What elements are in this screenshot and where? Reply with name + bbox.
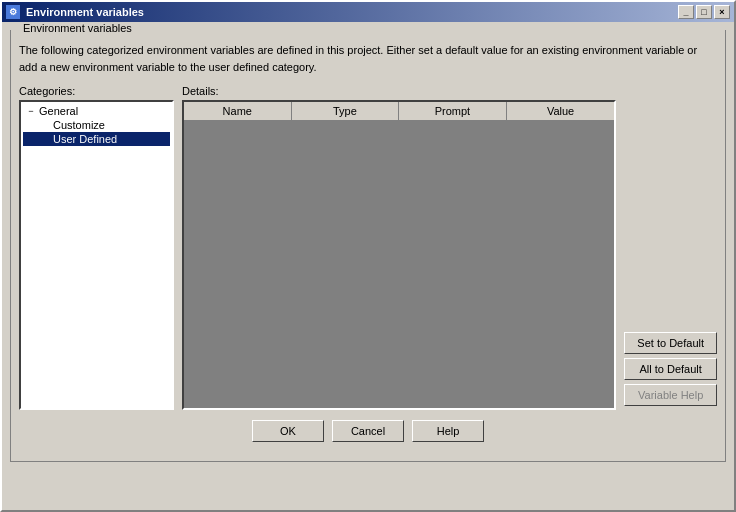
environment-variables-window: ⚙ Environment variables _ □ × Environmen…: [0, 0, 736, 512]
details-table: Name Type Prompt Value: [182, 100, 616, 410]
description-text: The following categorized environment va…: [19, 42, 717, 75]
window-content: Environment variables The following cate…: [2, 22, 734, 510]
variable-help-button[interactable]: Variable Help: [624, 384, 717, 406]
col-type: Type: [292, 102, 400, 120]
col-name: Name: [184, 102, 292, 120]
outer-group-label: Environment variables: [19, 22, 136, 34]
table-body: [184, 121, 614, 403]
bottom-buttons: OK Cancel Help: [19, 410, 717, 442]
outer-group: Environment variables The following cate…: [10, 30, 726, 462]
window-title: Environment variables: [26, 6, 144, 18]
right-buttons: Set to Default All to Default Variable H…: [624, 100, 717, 410]
col-value: Value: [507, 102, 615, 120]
title-bar-controls: _ □ ×: [678, 5, 730, 19]
all-to-default-button[interactable]: All to Default: [624, 358, 717, 380]
title-bar-text: ⚙ Environment variables: [6, 5, 144, 19]
categories-tree[interactable]: − General Customize User Defined: [19, 100, 174, 410]
help-button[interactable]: Help: [412, 420, 484, 442]
tree-label-customize: Customize: [53, 119, 105, 131]
tree-label-general: General: [39, 105, 78, 117]
window-icon: ⚙: [6, 5, 20, 19]
expander-general: −: [25, 106, 37, 116]
close-button[interactable]: ×: [714, 5, 730, 19]
categories-label: Categories:: [19, 85, 174, 97]
tree-item-user-defined[interactable]: User Defined: [23, 132, 170, 146]
set-to-default-button[interactable]: Set to Default: [624, 332, 717, 354]
left-panel: Categories: − General Customize User D: [19, 85, 174, 410]
title-bar: ⚙ Environment variables _ □ ×: [2, 2, 734, 22]
details-label: Details:: [182, 85, 717, 97]
minimize-button[interactable]: _: [678, 5, 694, 19]
cancel-button[interactable]: Cancel: [332, 420, 404, 442]
tree-label-user-defined: User Defined: [53, 133, 117, 145]
maximize-button[interactable]: □: [696, 5, 712, 19]
table-header: Name Type Prompt Value: [184, 102, 614, 121]
ok-button[interactable]: OK: [252, 420, 324, 442]
tree-item-customize[interactable]: Customize: [23, 118, 170, 132]
col-prompt: Prompt: [399, 102, 507, 120]
tree-item-general[interactable]: − General: [23, 104, 170, 118]
